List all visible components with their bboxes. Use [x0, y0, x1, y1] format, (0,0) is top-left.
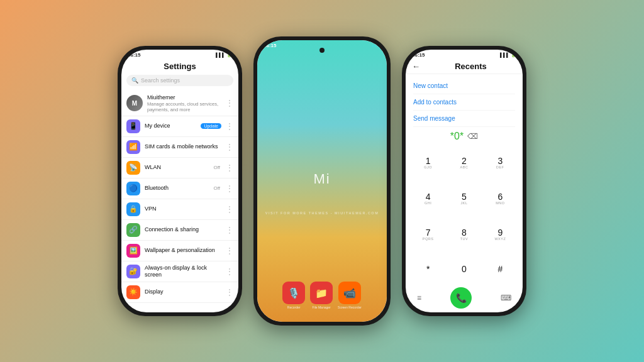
key-2[interactable]: 2 ABC	[447, 146, 481, 180]
action-add-contact[interactable]: Add to contacts	[413, 94, 515, 111]
display-dots[interactable]: ⋮	[226, 288, 233, 296]
bluetooth-dots[interactable]: ⋮	[226, 185, 233, 192]
signal-icon-3: ▌▌▌	[500, 53, 509, 57]
sim-label: SIM cards & mobile networks	[145, 143, 221, 150]
status-time-3: 16:15	[412, 52, 425, 58]
vpn-label: VPN	[145, 206, 221, 212]
call-button[interactable]: 📞	[450, 287, 472, 309]
phone-home: 16:15 ●● ▮ Mi VISIT FOR MORE THEMES - MI…	[253, 36, 391, 326]
key-6-num: 6	[497, 192, 502, 201]
lockscreen-dots[interactable]: ⋮	[226, 268, 233, 275]
connection-dots[interactable]: ⋮	[226, 226, 233, 234]
key-9[interactable]: 9 WXYZ	[483, 217, 518, 252]
keyboard-icon[interactable]: ⌨	[501, 293, 511, 302]
connection-label: Connection & sharing	[145, 226, 221, 233]
battery-icon-3: 🔋	[511, 53, 516, 58]
back-button[interactable]: ←	[412, 62, 420, 71]
key-7[interactable]: 7 PQRS	[411, 217, 445, 252]
action-new-contact[interactable]: New contact	[413, 78, 515, 94]
app-filemanager[interactable]: 📁 File Manager	[310, 282, 333, 309]
my-device-item[interactable]: 📱 My device Update ⋮	[121, 116, 238, 137]
miuithemer-dots[interactable]: ⋮	[226, 99, 233, 107]
key-9-num: 9	[497, 228, 502, 237]
display-item[interactable]: ☀️ Display ⋮	[121, 282, 238, 303]
key-5-letters: JKL	[461, 201, 468, 205]
key-1-num: 1	[426, 156, 431, 165]
wlan-icon: 📡	[126, 161, 140, 175]
key-hash[interactable]: #	[483, 253, 518, 285]
key-5[interactable]: 5 JKL	[447, 182, 481, 216]
status-time-1: 16:15	[128, 52, 140, 58]
search-placeholder: Search settings	[141, 77, 180, 84]
sim-dots[interactable]: ⋮	[226, 143, 233, 151]
bluetooth-item[interactable]: 🔵 Bluetooth Off ⋮	[121, 178, 238, 199]
home-mi-label: Mi	[313, 171, 330, 187]
miuithemer-name: Miuithemer	[147, 94, 221, 101]
wallpaper-dots[interactable]: ⋮	[226, 247, 233, 255]
key-4-letters: GHI	[425, 201, 431, 205]
miuithemer-sub: Manage accounts, cloud services, payment…	[147, 101, 221, 112]
wlan-dots[interactable]: ⋮	[226, 164, 233, 172]
app-recorder-icon: 🎙️	[282, 282, 305, 304]
recents-title: Recents	[425, 62, 516, 71]
backspace-icon[interactable]: ⌫	[467, 132, 478, 141]
app-recorder[interactable]: 🎙️ Recorder	[282, 282, 305, 309]
key-4-num: 4	[426, 192, 431, 201]
bluetooth-label: Bluetooth	[145, 185, 209, 192]
key-0[interactable]: 0	[447, 253, 481, 285]
status-bar-3: 16:15 ▌▌▌ 🔋	[406, 50, 523, 59]
bluetooth-icon: 🔵	[126, 182, 140, 195]
recents-actions: New contact Add to contacts Send message	[406, 74, 523, 127]
key-8[interactable]: 8 TUV	[447, 217, 481, 252]
signal-icon-2: ●●	[372, 43, 377, 48]
search-bar[interactable]: 🔍 Search settings	[126, 75, 233, 86]
dialer-bottom-bar: ≡ 📞 ⌨	[411, 285, 518, 310]
dialer-keypad: 1 GJO 2 ABC 3 DEF 4 GHI	[411, 146, 518, 285]
key-3-num: 3	[497, 156, 502, 165]
miuithemer-avatar: M	[126, 95, 143, 111]
key-3-letters: DEF	[496, 165, 504, 169]
key-1[interactable]: 1 GJO	[411, 146, 445, 180]
dialer-area: *0* ⌫ 1 GJO 2 ABC 3 DEF	[406, 127, 523, 312]
status-time-2: 16:15	[264, 43, 276, 48]
key-2-letters: ABC	[460, 165, 469, 169]
action-send-message[interactable]: Send message	[413, 111, 515, 127]
call-icon: 📞	[456, 293, 467, 303]
key-9-letters: WXYZ	[494, 237, 506, 241]
connection-item[interactable]: 🔗 Connection & sharing ⋮	[121, 220, 238, 241]
settings-title: Settings	[121, 59, 238, 75]
battery-icon-2: ▮	[378, 43, 380, 48]
key-8-num: 8	[462, 228, 467, 237]
my-device-dots[interactable]: ⋮	[226, 123, 233, 130]
home-background: Mi VISIT FOR MORE THEMES - MIUITHEMER.CO…	[257, 40, 387, 322]
key-1-letters: GJO	[424, 165, 432, 169]
watermark: VISIT FOR MORE THEMES - MIUITHEMER.COM	[265, 211, 379, 215]
my-device-badge: Update	[201, 123, 221, 129]
display-label: Display	[145, 288, 221, 295]
lockscreen-item[interactable]: 🔐 Always-on display & lock screen ⋮	[121, 261, 238, 282]
vpn-dots[interactable]: ⋮	[226, 206, 233, 213]
app-filemanager-icon: 📁	[310, 282, 333, 304]
wallpaper-label: Wallpaper & personalization	[145, 247, 221, 254]
wlan-item[interactable]: 📡 WLAN Off ⋮	[121, 158, 238, 178]
menu-icon[interactable]: ≡	[417, 293, 421, 302]
key-star-sym: *	[426, 264, 430, 274]
key-2-num: 2	[462, 156, 467, 165]
recents-header: ← Recents	[406, 59, 523, 74]
app-screenrecorder[interactable]: 📹 Screen Recorder	[338, 282, 362, 309]
battery-icon: 🔋	[226, 53, 232, 58]
phone-settings: 16:15 ▌▌▌ 🔋 Settings 🔍 Search settings M…	[118, 46, 242, 316]
key-7-letters: PQRS	[423, 237, 434, 241]
punch-hole	[319, 48, 325, 53]
key-6[interactable]: 6 MNO	[483, 182, 518, 216]
sim-item[interactable]: 📶 SIM cards & mobile networks ⋮	[121, 137, 238, 158]
wallpaper-item[interactable]: 🖼️ Wallpaper & personalization ⋮	[121, 241, 238, 261]
vpn-item[interactable]: 🔒 VPN ⋮	[121, 199, 238, 220]
miuithemer-item[interactable]: M Miuithemer Manage accounts, cloud serv…	[121, 91, 238, 116]
key-star[interactable]: *	[411, 253, 445, 285]
key-3[interactable]: 3 DEF	[483, 146, 518, 180]
my-device-label: My device	[145, 123, 196, 129]
lockscreen-label: Always-on display & lock screen	[145, 265, 221, 278]
key-4[interactable]: 4 GHI	[411, 182, 445, 216]
app-screenrecorder-icon: 📹	[338, 282, 361, 304]
